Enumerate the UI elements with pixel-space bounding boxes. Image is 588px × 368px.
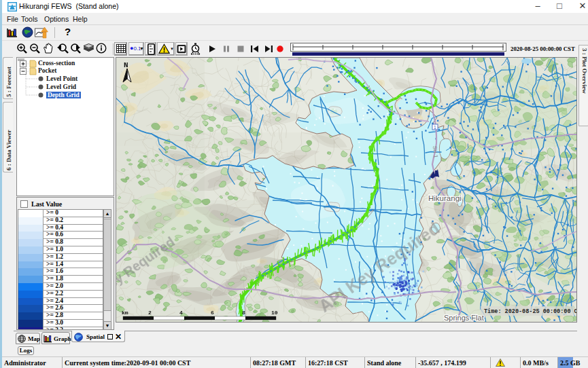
svg-text:km: km — [122, 310, 128, 316]
svg-text:2: 2 — [148, 310, 152, 316]
svg-text:6: 6 — [211, 310, 214, 316]
svg-text:4: 4 — [179, 310, 183, 316]
svg-text:1: 1 — [434, 125, 436, 130]
svg-text:SH 1: SH 1 — [432, 145, 439, 158]
svg-text:10: 10 — [271, 310, 278, 316]
svg-text:8: 8 — [242, 310, 245, 316]
svg-text:Time: 2020-08-25 00:00:00 CST: Time: 2020-08-25 00:00:00 CST — [484, 308, 577, 315]
svg-text:Hikurangi: Hikurangi — [428, 194, 462, 202]
svg-text:Springs Flat: Springs Flat — [444, 314, 484, 322]
svg-text:N: N — [124, 61, 128, 69]
